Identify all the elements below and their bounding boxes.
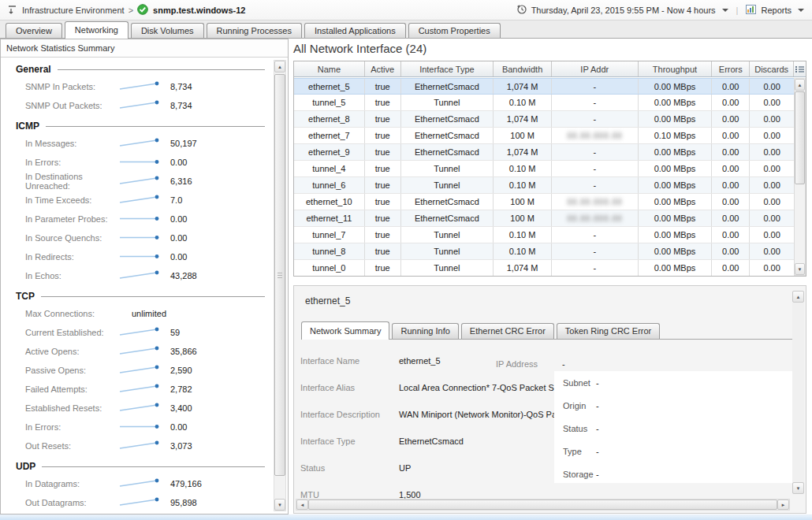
detail-scrollbar-left-button[interactable]: ◄ [296,500,308,510]
table-row-ethernet-11[interactable]: ethernet_11trueEthernetCsmacd100 M88.88.… [294,210,794,227]
tab-disk-volumes[interactable]: Disk Volumes [131,23,204,38]
tab-installed-applications[interactable]: Installed Applications [304,23,406,38]
table-scrollbar-thumb[interactable] [795,91,805,184]
stat-value: 8,734 [170,82,192,91]
detail-field-interface-type: Interface TypeEthernetCsmacd [300,428,553,455]
status-ok-icon [137,4,148,17]
cell-ip-addr: 88.88.888.88 [552,128,639,143]
cell-name: ethernet_8 [294,111,365,127]
stat-value: 35,866 [170,347,197,356]
detail-scrollbar-down-button[interactable]: ▼ [792,482,804,494]
stat-value: 0.00 [170,214,187,224]
table-scrollbar-down-button[interactable]: ▼ [795,263,805,275]
cell-active: true [365,210,401,226]
tab-overview[interactable]: Overview [6,23,62,38]
table-scrollbar[interactable]: ▲ ▼ [794,78,806,276]
detail-scrollbar-right-button[interactable]: ► [777,500,789,510]
network-stats-title: Network Statistics Summary [1,39,288,58]
column-header-throughput[interactable]: Throughput [639,61,713,76]
scrollbar-up-button[interactable]: ▲ [274,61,285,72]
stat-row: In Redirects:0.00 [2,247,273,266]
sparkline [118,326,164,339]
cell-ip-addr: - [552,111,639,127]
reports-icon [746,5,756,16]
table-row-tunnel-8[interactable]: tunnel_8trueTunnel0.10 M-0.00 MBps0.000.… [294,243,794,260]
detail-tab-token-ring-crc-error[interactable]: Token Ring CRC Error [557,323,660,339]
table-row-tunnel-4[interactable]: tunnel_4trueTunnel0.10 M-0.00 MBps0.000.… [294,161,794,177]
field-value: UP [399,463,411,473]
sparkline-chart [118,345,162,356]
detail-tab-running-info[interactable]: Running Info [392,323,458,339]
column-header-errors[interactable]: Errors [712,61,750,76]
table-row-tunnel-6[interactable]: tunnel_6trueTunnel0.10 M-0.00 MBps0.000.… [294,177,794,194]
cell-throughput: 0.00 MBps [639,243,713,259]
cell-name: tunnel_6 [294,177,365,193]
cell-name: tunnel_4 [294,161,365,176]
column-header-active[interactable]: Active [365,61,401,76]
tab-bar: OverviewNetworkingDisk VolumesRunning Pr… [0,20,812,39]
stat-row: SNMP In Packets:8,734 [2,77,273,96]
tab-running-processes[interactable]: Running Processes [207,23,302,38]
time-range-label[interactable]: Thursday, April 23, 2015 9:55 PM - Now 4… [531,6,716,15]
table-row-ethernet-7[interactable]: ethernet_7trueEthernetCsmacd100 M88.88.8… [294,128,794,144]
cell-name: tunnel_8 [294,243,365,259]
column-header-discards[interactable]: Discards [750,61,794,76]
navigate-up-icon[interactable] [8,5,17,16]
column-header-bandwidth[interactable]: Bandwidth [494,61,552,76]
detail-scrollbar-up-button[interactable]: ▲ [792,291,804,303]
reports-label[interactable]: Reports [761,6,792,15]
cell-active: true [365,95,401,110]
column-header-ip-addr[interactable]: IP Addr [552,61,639,76]
stat-value: 3,073 [170,441,192,451]
column-header-name[interactable]: Name [294,61,365,76]
stat-row: In Errors:0.00 [2,153,273,172]
column-header-interface-type[interactable]: Interface Type [401,61,494,76]
detail-title: ethernet_5 [305,295,350,306]
breadcrumb-root[interactable]: Infrastructure Environment [22,6,125,15]
cell-discards: 0.00 [750,227,794,243]
top-bar: Infrastructure Environment > snmp.test.w… [0,0,812,20]
cell-discards: 0.00 [750,260,794,276]
detail-horizontal-scrollbar[interactable]: ◄ ► [296,499,790,511]
detail-vertical-scrollbar[interactable]: ▲ ▼ [792,291,804,494]
column-selector-icon[interactable] [794,61,806,76]
table-row-tunnel-7[interactable]: tunnel_7trueTunnel0.10 M-0.00 MBps0.000.… [294,227,794,243]
cell-bandwidth: 100 M [494,128,552,143]
detail-tab-network-summary[interactable]: Network Summary [301,321,389,340]
table-row-ethernet-9[interactable]: ethernet_9trueEthernetCsmacd1,074 M-0.00… [294,144,794,161]
left-panel-scrollbar[interactable]: ▲ ▼ [274,60,286,511]
table-scrollbar-up-button[interactable]: ▲ [795,79,805,91]
stat-row: Failed Attempts:2,782 [2,380,273,399]
stat-value: 8,734 [170,101,192,110]
detail-fields: Interface Nameethernet_5Interface AliasL… [300,347,553,508]
cell-bandwidth: 0.10 M [494,177,552,193]
cell-discards: 0.00 [750,144,794,160]
section-name: TCP [16,291,35,302]
detail-tab-ethernet-crc-error[interactable]: Ethernet CRC Error [461,323,554,339]
detail-horizontal-scrollbar-thumb[interactable] [308,500,777,510]
table-row-ethernet-10[interactable]: ethernet_10trueEthernetCsmacd100 M88.88.… [294,194,794,210]
sparkline [118,383,164,396]
stat-label: In Source Quenchs: [25,233,118,243]
cell-name: ethernet_11 [294,210,365,226]
tab-networking[interactable]: Networking [65,21,129,39]
stat-value: 0.00 [170,252,187,262]
tab-custom-properties[interactable]: Custom Properties [408,23,501,38]
table-row-ethernet-8[interactable]: ethernet_8trueEthernetCsmacd1,074 M-0.00… [294,111,794,128]
table-row-ethernet-5[interactable]: ethernet_5trueEthernetCsmacd1,074 M-0.00… [294,78,794,95]
section-header: General [2,61,273,77]
table-row-tunnel-0[interactable]: tunnel_0trueTunnel1,074 M-0.00 MBps0.000… [294,260,794,276]
scrollbar-down-button[interactable]: ▼ [274,499,285,511]
cell-throughput: 0.00 MBps [639,210,713,226]
ip-detail-box: Subnet-Origin-Status-Type-Storage- [554,371,792,483]
scrollbar-thumb[interactable] [274,74,285,476]
stat-row: In Echos:43,288 [2,266,273,285]
field-value: EthernetCsmacd [399,436,464,446]
table-row-tunnel-5[interactable]: tunnel_5trueTunnel0.10 M-0.00 MBps0.000.… [294,95,794,111]
time-range-caret-icon[interactable] [722,9,728,12]
reports-caret-icon[interactable] [798,9,804,12]
cell-discards: 0.00 [750,79,794,94]
cell-interface-type: Tunnel [401,260,494,276]
cell-bandwidth: 1,074 M [494,111,552,127]
sparkline-chart [118,440,162,451]
